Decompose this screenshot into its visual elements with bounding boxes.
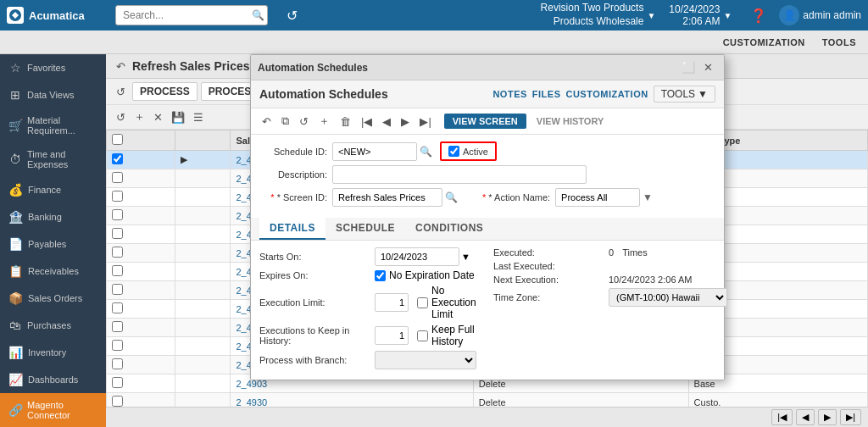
row-expand-cell[interactable] xyxy=(175,300,231,319)
sidebar-item-sales-orders[interactable]: 📦 Sales Orders xyxy=(0,285,106,312)
row-expand-cell[interactable] xyxy=(175,393,231,408)
row-check-cell[interactable] xyxy=(107,151,175,169)
row-checkbox[interactable] xyxy=(112,247,123,258)
row-check-cell[interactable] xyxy=(107,207,175,225)
row-checkbox[interactable] xyxy=(112,321,123,332)
row-expand-cell[interactable] xyxy=(175,263,231,281)
execution-limit-input[interactable] xyxy=(375,293,409,312)
row-checkbox[interactable] xyxy=(112,396,123,407)
sidebar-item-time-expenses[interactable]: ⏱ Time and Expenses xyxy=(0,142,106,176)
dialog-tools-button[interactable]: TOOLS ▼ xyxy=(654,86,715,103)
view-history-button[interactable]: VIEW HISTORY xyxy=(528,114,612,129)
nav-prev-button[interactable]: ◀ xyxy=(796,409,815,425)
row-checkbox[interactable] xyxy=(112,209,123,220)
tab-details[interactable]: DETAILS xyxy=(259,218,326,240)
no-expiration-checkbox[interactable] xyxy=(375,270,386,281)
row-checkbox[interactable] xyxy=(112,377,123,388)
sidebar-item-magento[interactable]: 🔗 Magento Connector xyxy=(0,393,106,427)
tab-conditions[interactable]: CONDITIONS xyxy=(405,218,493,240)
row-expand-cell[interactable] xyxy=(175,169,231,188)
action-name-input[interactable] xyxy=(555,188,640,207)
tab-schedule[interactable]: SCHEDULE xyxy=(326,218,405,240)
executions-history-input[interactable] xyxy=(375,326,409,345)
table-delete-icon[interactable]: ✕ xyxy=(150,109,166,125)
sidebar-item-receivables[interactable]: 📋 Receivables xyxy=(0,258,106,285)
dialog-last-icon[interactable]: ▶| xyxy=(415,114,435,130)
revision-info[interactable]: Revision Two Products Products Wholesale… xyxy=(541,2,663,28)
dialog-add-icon[interactable]: ＋ xyxy=(314,112,334,130)
row-expand-cell[interactable] xyxy=(175,337,231,356)
nav-next-button[interactable]: ▶ xyxy=(818,409,837,425)
row-check-cell[interactable] xyxy=(107,393,175,408)
search-input[interactable] xyxy=(115,5,268,25)
row-checkbox[interactable] xyxy=(112,265,123,276)
row-expand-cell[interactable] xyxy=(175,225,231,244)
active-checkbox[interactable] xyxy=(448,146,459,157)
row-expand-cell[interactable]: ▶ xyxy=(175,151,231,169)
row-checkbox[interactable] xyxy=(112,284,123,295)
row-check-cell[interactable] xyxy=(107,337,175,356)
nav-last-button[interactable]: ▶| xyxy=(840,409,861,425)
starts-on-input[interactable] xyxy=(375,247,459,266)
row-checkbox[interactable] xyxy=(112,153,123,164)
sidebar-item-finance[interactable]: 💰 Finance xyxy=(0,176,106,203)
row-expand-cell[interactable] xyxy=(175,319,231,337)
row-checkbox[interactable] xyxy=(112,302,123,313)
sidebar-item-data-views[interactable]: ⊞ Data Views xyxy=(0,81,106,108)
row-checkbox[interactable] xyxy=(112,191,123,202)
search-button[interactable]: 🔍 xyxy=(252,9,264,21)
row-expand-cell[interactable] xyxy=(175,244,231,263)
sidebar-item-inventory[interactable]: 📊 Inventory xyxy=(0,339,106,366)
table-refresh-icon[interactable]: ↺ xyxy=(113,109,129,125)
action-name-chevron-icon[interactable]: ▼ xyxy=(640,191,655,203)
dialog-prev-icon[interactable]: ◀ xyxy=(378,114,395,130)
keep-full-history-checkbox[interactable] xyxy=(417,330,428,341)
notes-button[interactable]: NOTES xyxy=(492,89,526,99)
process-branch-select[interactable] xyxy=(375,351,476,369)
nav-first-button[interactable]: |◀ xyxy=(771,409,793,425)
dialog-copy-icon[interactable]: ⧉ xyxy=(277,113,293,130)
row-check-cell[interactable] xyxy=(107,319,175,337)
row-expand-cell[interactable] xyxy=(175,188,231,207)
col-header-check[interactable] xyxy=(107,130,175,151)
description-input[interactable] xyxy=(332,165,587,184)
row-expand-cell[interactable] xyxy=(175,207,231,225)
dialog-close-button[interactable]: ✕ xyxy=(699,59,717,75)
dialog-customization-button[interactable]: CUSTOMIZATION xyxy=(565,89,648,99)
row-check-cell[interactable] xyxy=(107,225,175,244)
sidebar-item-banking[interactable]: 🏦 Banking xyxy=(0,203,106,230)
back-icon[interactable]: ↶ xyxy=(116,60,125,73)
sidebar-item-material-req[interactable]: 🛒 Material Requirem... xyxy=(0,108,106,142)
row-check-cell[interactable] xyxy=(107,356,175,374)
dialog-undo-icon[interactable]: ↶ xyxy=(258,114,275,130)
screen-id-search-icon[interactable]: 🔍 xyxy=(442,191,460,203)
row-check-cell[interactable] xyxy=(107,263,175,281)
dialog-first-icon[interactable]: |◀ xyxy=(357,114,376,130)
sidebar-item-payables[interactable]: 📄 Payables xyxy=(0,230,106,258)
files-button[interactable]: FILES xyxy=(532,89,561,99)
row-check-cell[interactable] xyxy=(107,374,175,393)
customization-button[interactable]: CUSTOMIZATION xyxy=(718,36,810,49)
row-checkbox[interactable] xyxy=(112,340,123,351)
dialog-delete-icon[interactable]: 🗑 xyxy=(336,114,355,130)
dialog-restore-button[interactable]: ⬜ xyxy=(677,59,699,75)
time-zone-select[interactable]: (GMT-10:00) Hawaii xyxy=(609,288,727,307)
table-columns-icon[interactable]: ☰ xyxy=(190,109,207,125)
select-all-checkbox[interactable] xyxy=(112,134,123,145)
row-checkbox[interactable] xyxy=(112,172,123,183)
table-add-icon[interactable]: ＋ xyxy=(131,108,148,126)
dialog-revert-icon[interactable]: ↺ xyxy=(295,114,313,130)
screen-id-input[interactable] xyxy=(332,188,442,207)
row-check-cell[interactable] xyxy=(107,188,175,207)
row-checkbox[interactable] xyxy=(112,228,123,239)
row-check-cell[interactable] xyxy=(107,169,175,188)
sidebar-item-dashboards[interactable]: 📈 Dashboards xyxy=(0,366,106,393)
schedule-id-search-icon[interactable]: 🔍 xyxy=(417,146,435,158)
schedule-id-input[interactable] xyxy=(332,142,417,161)
sidebar-item-purchases[interactable]: 🛍 Purchases xyxy=(0,312,106,339)
history-icon[interactable]: ↺ xyxy=(281,6,303,25)
dialog-next-icon[interactable]: ▶ xyxy=(397,114,414,130)
row-check-cell[interactable] xyxy=(107,244,175,263)
process-button[interactable]: PROCESS xyxy=(132,82,198,101)
row-expand-cell[interactable] xyxy=(175,374,231,393)
